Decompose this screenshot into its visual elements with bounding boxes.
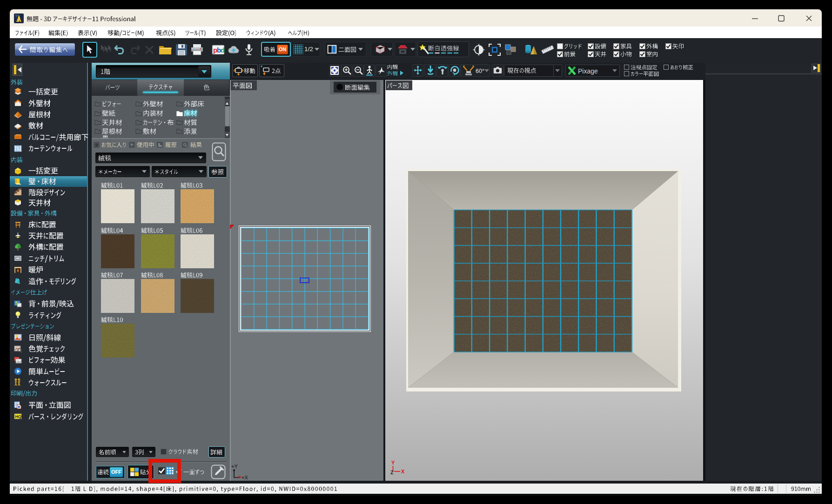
svg-text:+X: +X — [242, 475, 248, 480]
svg-text:HQ: HQ — [15, 414, 22, 419]
svg-text:d: d — [221, 46, 225, 54]
svg-text:Y: Y — [391, 460, 395, 465]
svg-text:X: X — [401, 469, 405, 474]
svg-text:+Y: +Y — [231, 464, 238, 469]
svg-text:Z: Z — [390, 470, 394, 475]
